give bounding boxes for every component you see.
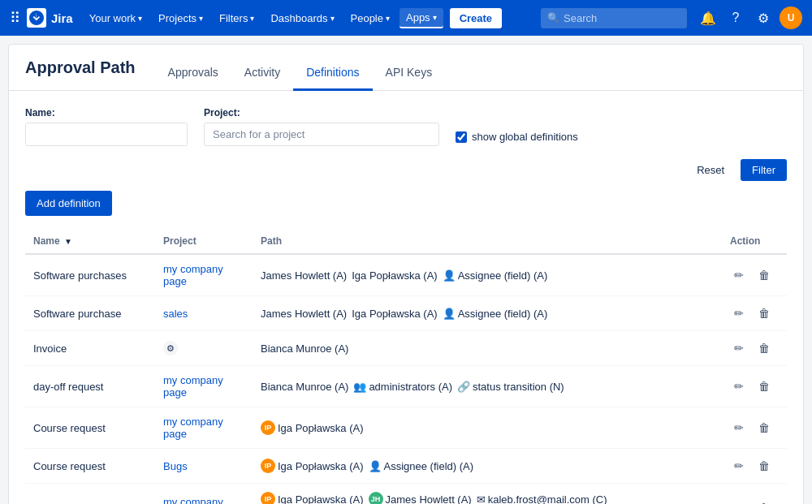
action-cell: ✏ 🗑 [730,377,779,395]
jira-logo-icon [27,8,46,28]
avatar-sm: IP [261,459,275,473]
path-avatar-person: IP Iga Popławska (A) [261,420,364,435]
edit-button[interactable]: ✏ [730,339,748,357]
path-cell: James Howlett (A) Iga Popławska (A) 👤 As… [261,308,714,320]
edit-button[interactable]: ✏ [730,499,748,505]
chevron-down-icon: ▾ [250,14,254,23]
project-input[interactable] [204,123,439,146]
delete-button[interactable]: 🗑 [754,304,774,322]
help-icon[interactable]: ? [724,6,747,29]
action-cell: ✏ 🗑 [730,499,779,505]
cell-name: day-off request [25,366,155,407]
path-person: James Howlett (A) [261,308,347,320]
path-person: James Howlett (A) [261,269,347,282]
add-definition-button[interactable]: Add definition [25,191,112,216]
cell-name: Course request [25,449,155,484]
edit-button[interactable]: ✏ [730,377,748,395]
edit-button[interactable]: ✏ [730,419,748,437]
create-button[interactable]: Create [450,8,502,28]
col-header-name[interactable]: Name ▼ [25,229,155,254]
cell-action: ✏ 🗑 [722,366,787,407]
notifications-icon[interactable]: 🔔 [697,6,719,29]
person-icon: 👤 [443,308,456,320]
definitions-table: Name ▼ Project Path Action Software purc… [25,229,787,504]
delete-button[interactable]: 🗑 [754,419,774,437]
cell-path: IP Iga Popławska (A) [253,407,722,449]
nav-projects[interactable]: Projects ▾ [152,9,209,28]
page-title: Approval Path [25,58,136,88]
cell-path: James Howlett (A) Iga Popławska (A) 👤 As… [253,254,722,296]
name-input[interactable] [25,123,188,146]
table-row: Course requestBugsIP Iga Popławska (A) 👤… [25,449,787,484]
sort-arrow-icon: ▼ [64,237,72,246]
cell-project: my company page [155,366,253,407]
edit-button[interactable]: ✏ [730,457,748,475]
person-icon: 👤 [443,269,456,282]
path-cell: IP Iga Popławska (A) 👤 Assignee (field) … [261,459,714,473]
project-link[interactable]: my company page [163,416,223,440]
cell-project: my company page [155,254,253,296]
path-email: ✉ kaleb.frost@mail.com (C) [477,493,607,505]
cell-path: Bianca Munroe (A) [253,331,722,366]
project-link[interactable]: Bugs [163,460,188,472]
reset-button[interactable]: Reset [687,159,734,181]
tab-approvals[interactable]: Approvals [155,56,231,91]
tab-activity[interactable]: Activity [231,56,293,91]
delete-button[interactable]: 🗑 [754,499,774,505]
cell-path: IP Iga Popławska (A) JH James Howlett (A… [253,484,722,505]
cell-project: Bugs [155,449,253,484]
cell-project: my company page [155,407,253,449]
path-cell: IP Iga Popławska (A) JH James Howlett (A… [261,492,714,504]
cell-path: IP Iga Popławska (A) 👤 Assignee (field) … [253,449,722,484]
path-assignee: 👤 Assignee (field) (A) [443,269,548,282]
col-header-project: Project [155,229,253,254]
path-assignee: 👤 Assignee (field) (A) [369,460,474,472]
chevron-down-icon: ▾ [433,13,437,22]
filter-button[interactable]: Filter [741,159,787,181]
edit-button[interactable]: ✏ [730,266,748,284]
filters-row: Name: Project: show global definitions [25,107,787,146]
cell-project: my company page [155,484,253,505]
settings-icon[interactable]: ⚙ [752,6,775,29]
delete-button[interactable]: 🗑 [754,457,774,475]
project-link[interactable]: my company page [163,374,223,398]
logo[interactable]: Jira [27,8,73,28]
show-global-row: show global definitions [456,131,578,143]
delete-button[interactable]: 🗑 [754,339,774,357]
gear-icon: ⚙ [163,341,178,355]
nav-your-work[interactable]: Your work ▾ [83,9,149,28]
show-global-checkbox[interactable] [456,131,467,143]
cell-action: ✏ 🗑 [722,484,787,505]
path-avatar-person: IP Iga Popławska (A) [261,459,364,473]
name-label: Name: [25,107,188,118]
path-person: Bianca Munroe (A) [261,342,348,355]
actions-row: Reset Filter [25,159,787,181]
delete-button[interactable]: 🗑 [754,266,774,284]
project-link[interactable]: my company page [163,263,223,287]
nav-apps[interactable]: Apps ▾ [400,8,443,28]
path-person: Iga Popławska (A) [352,269,438,282]
path-avatar-person: IP Iga Popławska (A) [261,492,364,504]
avatar[interactable]: U [780,6,802,29]
main-container: Approval Path Approvals Activity Definit… [8,44,804,504]
path-person: Iga Popławska (A) [352,308,438,320]
search-input[interactable] [541,8,687,28]
group-icon: 👥 [353,381,366,393]
project-link[interactable]: sales [163,308,188,320]
cell-action: ✏ 🗑 [722,296,787,331]
nav-filters[interactable]: Filters ▾ [213,9,261,28]
grid-icon[interactable]: ⠿ [10,9,20,27]
project-link[interactable]: my company page [163,496,223,505]
show-global-label: show global definitions [472,131,578,143]
nav-dashboards[interactable]: Dashboards ▾ [264,9,340,28]
path-group: 👥 administrators (A) [353,381,452,393]
avatar-sm: JH [369,492,383,504]
nav-people[interactable]: People ▾ [344,9,396,28]
action-cell: ✏ 🗑 [730,339,779,357]
edit-button[interactable]: ✏ [730,304,748,322]
delete-button[interactable]: 🗑 [754,377,774,395]
tab-api-keys[interactable]: API Keys [373,56,446,91]
tab-definitions[interactable]: Definitions [293,56,372,91]
link-icon: 🔗 [457,381,470,393]
table-row: Invoice⚙Bianca Munroe (A) ✏ 🗑 [25,331,787,366]
